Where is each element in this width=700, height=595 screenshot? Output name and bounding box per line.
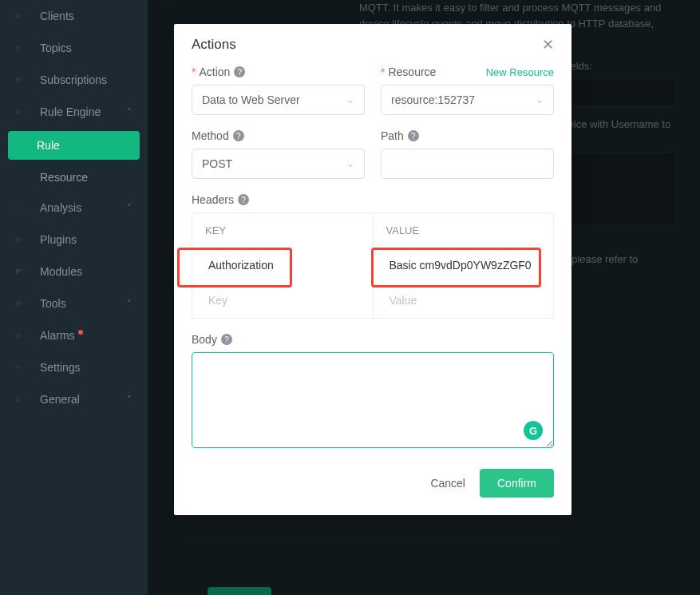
chevron-down-icon: ˅ [127, 203, 132, 213]
resource-select[interactable]: resource:152737 ⌄ [381, 85, 554, 115]
header-key-input[interactable] [192, 248, 373, 283]
sidebar-item-label: Topics [40, 42, 72, 54]
sidebar-item-topics[interactable]: Topics [0, 32, 148, 64]
sidebar: Clients Topics Subscriptions Rule Engine… [0, 0, 148, 595]
path-field: Path? [381, 129, 554, 179]
headers-value-column: VALUE [373, 213, 554, 248]
sidebar-subitem-label: Resource [40, 171, 88, 184]
analysis-icon [16, 200, 30, 215]
clients-icon [16, 9, 30, 23]
chevron-up-icon: ˄ [127, 107, 132, 117]
settings-icon [16, 360, 30, 375]
sidebar-item-tools[interactable]: Tools ˅ [0, 288, 148, 319]
header-key-input[interactable] [192, 283, 373, 318]
topics-icon [16, 41, 30, 55]
field-label: Path [381, 129, 404, 142]
body-textarea[interactable] [192, 352, 554, 448]
plugins-icon [16, 232, 30, 247]
svg-rect-3 [17, 270, 18, 272]
sidebar-item-subscriptions[interactable]: Subscriptions [0, 64, 148, 96]
field-label: Body [192, 333, 217, 346]
sidebar-item-label: Analysis [40, 201, 81, 214]
resource-field: *Resource New Resource resource:152737 ⌄ [381, 65, 554, 115]
tools-icon [16, 296, 30, 311]
help-icon[interactable]: ? [238, 194, 249, 205]
path-input[interactable] [381, 149, 554, 179]
sidebar-item-label: Clients [40, 10, 74, 22]
help-icon[interactable]: ? [408, 130, 419, 141]
chevron-down-icon: ˅ [127, 299, 132, 309]
svg-rect-9 [17, 398, 20, 401]
dialog-footer: Cancel Confirm [174, 459, 571, 515]
modules-icon [16, 264, 30, 279]
chevron-down-icon: ⌄ [346, 94, 354, 105]
cancel-button[interactable]: Cancel [427, 469, 469, 498]
subscriptions-icon [16, 73, 30, 87]
field-label: Action [199, 65, 230, 78]
field-label: Headers [192, 193, 234, 206]
new-resource-link[interactable]: New Resource [486, 66, 554, 78]
header-value-input[interactable] [373, 283, 554, 318]
sidebar-item-general[interactable]: General ˅ [0, 383, 148, 415]
svg-rect-0 [17, 14, 21, 17]
alarms-icon [16, 328, 30, 343]
chevron-down-icon: ˅ [127, 395, 132, 405]
method-field: Method? POST ⌄ [192, 129, 365, 179]
grammarly-icon[interactable]: G [524, 421, 543, 440]
sidebar-subitem-resource[interactable]: Resource [0, 163, 148, 192]
action-field: *Action? Data to Web Server ⌄ [192, 65, 365, 115]
select-value: resource:152737 [391, 93, 475, 106]
chevron-down-icon: ⌄ [346, 158, 354, 169]
header-row-empty [192, 283, 553, 318]
sidebar-item-analysis[interactable]: Analysis ˅ [0, 192, 148, 224]
header-value-input[interactable] [373, 248, 554, 283]
sidebar-item-label: Tools [40, 297, 66, 310]
sidebar-item-label: Rule Engine [40, 105, 101, 118]
chevron-down-icon: ⌄ [536, 94, 544, 105]
sidebar-item-label: Alarms [40, 329, 75, 342]
help-icon[interactable]: ? [221, 334, 232, 345]
dialog-title: Actions [192, 37, 236, 53]
actions-dialog: Actions ✕ *Action? Data to Web Server ⌄ … [174, 24, 571, 515]
header-row [192, 248, 553, 283]
sidebar-item-label: Plugins [40, 233, 77, 246]
dialog-header: Actions ✕ [174, 24, 571, 65]
headers-key-column: KEY [192, 213, 373, 248]
sidebar-item-modules[interactable]: Modules [0, 256, 148, 288]
help-icon[interactable]: ? [233, 130, 244, 141]
field-label: Method [192, 129, 229, 142]
svg-point-8 [18, 367, 19, 368]
sidebar-item-alarms[interactable]: Alarms [0, 319, 148, 351]
help-icon[interactable]: ? [234, 66, 245, 77]
svg-rect-6 [17, 303, 21, 305]
close-icon[interactable]: ✕ [542, 38, 554, 52]
sidebar-item-label: Settings [40, 361, 81, 374]
headers-table: KEY VALUE [192, 212, 554, 319]
confirm-button[interactable]: Confirm [480, 469, 554, 498]
sidebar-item-rule-engine[interactable]: Rule Engine ˄ [0, 96, 148, 128]
sidebar-subitem-label: Rule [37, 139, 60, 152]
sidebar-subitem-rule[interactable]: Rule [8, 131, 140, 160]
sidebar-item-label: Subscriptions [40, 73, 107, 86]
svg-rect-1 [17, 78, 20, 81]
sidebar-item-label: Modules [40, 265, 82, 278]
svg-rect-5 [17, 272, 18, 274]
method-select[interactable]: POST ⌄ [192, 149, 365, 179]
sidebar-item-plugins[interactable]: Plugins [0, 224, 148, 256]
svg-rect-4 [19, 270, 21, 272]
select-value: Data to Web Server [202, 93, 300, 106]
rule-engine-icon [16, 105, 30, 119]
sidebar-item-label: General [40, 393, 80, 406]
select-value: POST [202, 157, 232, 170]
field-label: Resource [388, 65, 436, 78]
sidebar-item-clients[interactable]: Clients [0, 0, 148, 32]
alarm-badge [78, 330, 83, 335]
action-select[interactable]: Data to Web Server ⌄ [192, 85, 365, 115]
general-icon [16, 392, 30, 407]
sidebar-item-settings[interactable]: Settings [0, 351, 148, 383]
